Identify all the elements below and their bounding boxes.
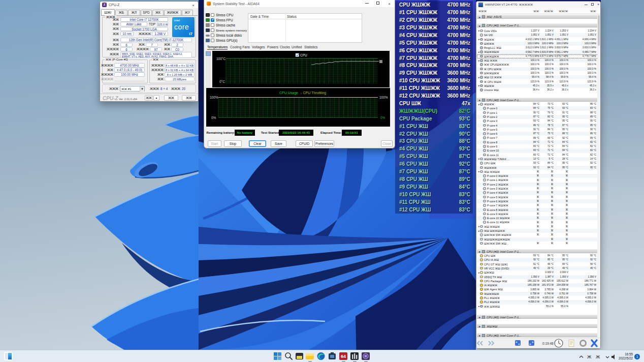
svg-text:Ж: Ж [587, 354, 592, 359]
svg-text:100°C: 100°C [216, 57, 226, 61]
svg-text:CPU: CPU [300, 53, 307, 57]
svg-text:Ж: Ж [596, 354, 600, 359]
svg-text:0%: 0% [380, 116, 385, 119]
svg-text:↓ CPU Throttling: ↓ CPU Throttling [300, 91, 326, 95]
svg-text:100%: 100% [379, 96, 388, 99]
svg-text:0°C: 0°C [219, 80, 225, 83]
svg-text:CPU Usage: CPU Usage [279, 91, 298, 95]
svg-text:0%: 0% [211, 116, 216, 119]
svg-text:100%: 100% [210, 96, 218, 99]
svg-text:0:19:48: 0:19:48 [542, 342, 554, 345]
svg-text:64: 64 [341, 354, 346, 359]
